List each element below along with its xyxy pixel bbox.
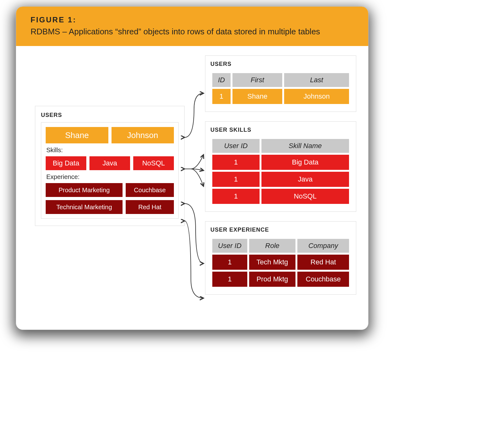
skill-chip: NoSQL <box>133 156 174 170</box>
table-cell: Java <box>261 172 349 187</box>
table-cell: Prod Mktg <box>249 272 296 287</box>
column-header: Company <box>297 239 349 253</box>
users-table: ID First Last 1 Shane Johnson <box>210 71 351 106</box>
column-header: User ID <box>212 239 247 253</box>
skill-chip: Big Data <box>46 156 86 170</box>
table-cell: Big Data <box>261 155 349 170</box>
table-cell: Johnson <box>284 89 349 104</box>
users-table-panel: USERS ID First Last 1 Shane Johnson <box>205 55 356 112</box>
column-header: User ID <box>212 139 260 153</box>
table-cell: Shane <box>232 89 282 104</box>
user-experience-table: User ID Role Company 1 Tech Mktg Red Hat… <box>210 237 351 289</box>
figure-header: FIGURE 1: RDBMS – Applications “shred” o… <box>16 7 368 46</box>
table-cell: Couchbase <box>297 272 349 287</box>
column-header: Role <box>249 239 296 253</box>
user-experience-table-title: USER EXPERIENCE <box>210 227 351 233</box>
table-cell: Red Hat <box>297 255 349 270</box>
user-experience-table-panel: USER EXPERIENCE User ID Role Company 1 T… <box>205 221 356 295</box>
table-cell: 1 <box>212 272 247 287</box>
table-cell: 1 <box>212 189 260 204</box>
experience-role: Product Marketing <box>46 183 123 197</box>
experience-role: Technical Marketing <box>46 200 123 214</box>
column-header: First <box>232 73 282 87</box>
experience-label: Experience: <box>46 173 174 181</box>
user-skills-table-panel: USER SKILLS User ID Skill Name 1 Big Dat… <box>205 121 356 212</box>
table-cell: 1 <box>212 89 231 104</box>
table-cell: 1 <box>212 172 260 187</box>
user-skills-table-title: USER SKILLS <box>210 127 351 133</box>
user-last-name: Johnson <box>112 127 174 143</box>
figure-card: FIGURE 1: RDBMS – Applications “shred” o… <box>16 6 369 330</box>
source-object-title: USERS <box>41 112 179 118</box>
tables-column: USERS ID First Last 1 Shane Johnson USER… <box>205 55 356 304</box>
source-object-box: Shane Johnson Skills: Big Data Java NoSQ… <box>41 122 179 219</box>
users-table-title: USERS <box>210 61 351 67</box>
table-cell: 1 <box>212 155 260 170</box>
table-cell: 1 <box>212 255 247 270</box>
source-object-panel: USERS Shane Johnson Skills: Big Data Jav… <box>35 106 185 226</box>
experience-company: Couchbase <box>126 183 174 197</box>
diagram-body: USERS Shane Johnson Skills: Big Data Jav… <box>16 46 368 330</box>
skills-label: Skills: <box>46 147 174 154</box>
user-skills-table: User ID Skill Name 1 Big Data 1 Java 1 N… <box>210 137 351 206</box>
skill-chip: Java <box>89 156 130 170</box>
table-cell: NoSQL <box>261 189 349 204</box>
column-header: ID <box>212 73 231 87</box>
column-header: Skill Name <box>261 139 349 153</box>
table-cell: Tech Mktg <box>249 255 296 270</box>
experience-company: Red Hat <box>126 200 174 214</box>
figure-label: FIGURE 1: <box>31 15 354 24</box>
user-first-name: Shane <box>46 127 108 143</box>
figure-title: RDBMS – Applications “shred” objects int… <box>31 27 354 37</box>
column-header: Last <box>284 73 349 87</box>
